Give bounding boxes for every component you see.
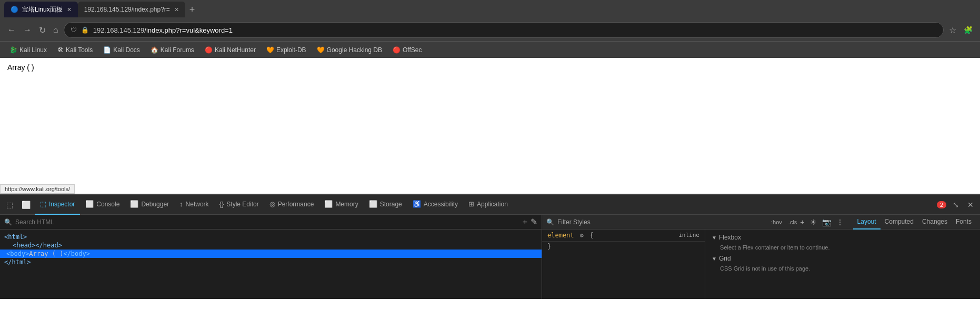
flexbox-triangle-icon: ▼ xyxy=(712,235,717,241)
layout-tabs-container: Layout Computed Changes Fonts xyxy=(853,215,976,230)
search-html-input[interactable] xyxy=(15,218,519,226)
layout-tab-changes[interactable]: Changes xyxy=(918,215,952,230)
flexbox-section-title[interactable]: ▼ Flexbox xyxy=(712,234,974,241)
devtools-main: 🔍 + ✎ <html> <head></head> <body>Array (… xyxy=(0,215,980,299)
tab-network[interactable]: ↕ Network xyxy=(174,195,214,215)
bookmark-exploit-db[interactable]: 🧡 Exploit-DB xyxy=(262,45,311,55)
add-rule-button[interactable]: + xyxy=(800,218,804,226)
bookmark-kali-linux-label: Kali Linux xyxy=(19,46,47,54)
html-search-bar: 🔍 + ✎ xyxy=(0,215,542,230)
forward-button[interactable]: → xyxy=(21,23,34,37)
search-icon: 🔍 xyxy=(4,218,12,226)
styles-closing-brace: } xyxy=(542,242,705,251)
tab-application[interactable]: ⊞ Application xyxy=(463,195,513,215)
storage-icon: ⬜ xyxy=(369,200,377,208)
bookmark-google-hacking-label: Google Hacking DB xyxy=(327,46,382,54)
bookmark-star-button[interactable]: ☆ xyxy=(947,23,958,37)
grid-label: Grid xyxy=(719,255,731,262)
tab-debugger-label: Debugger xyxy=(141,201,169,208)
inline-label: inline xyxy=(678,232,699,238)
bookmark-offsec-label: OffSec xyxy=(403,46,422,54)
bookmark-google-hacking[interactable]: 🧡 Google Hacking DB xyxy=(313,45,386,55)
back-button[interactable]: ← xyxy=(5,23,18,37)
bookmark-offsec[interactable]: 🔴 OffSec xyxy=(388,45,426,55)
debugger-icon: ⬜ xyxy=(130,200,138,208)
performance-icon: ◎ xyxy=(269,200,275,208)
layout-panel: ▼ Flexbox Select a Flex container or ite… xyxy=(705,230,980,299)
screenshot-icon: 📷 xyxy=(822,218,831,226)
bookmark-kali-tools[interactable]: 🛠 Kali Tools xyxy=(53,45,97,55)
tab-memory[interactable]: ⬜ Memory xyxy=(319,195,363,215)
tab-2-title: 192.168.145.129/index.php?r= xyxy=(84,6,170,13)
tab-debugger[interactable]: ⬜ Debugger xyxy=(125,195,174,215)
grid-section-title[interactable]: ▼ Grid xyxy=(712,255,974,262)
bookmark-kali-nethunter[interactable]: 🔴 Kali NetHunter xyxy=(201,45,260,55)
devtools-panel: ⬚ ⬜ ⬚ Inspector ⬜ Console ⬜ Debugger ↕ N… xyxy=(0,194,980,299)
tab-1-close[interactable]: ✕ xyxy=(67,6,72,13)
tab-accessibility[interactable]: ♿ Accessibility xyxy=(407,195,463,215)
status-bar: https://www.kali.org/tools/ xyxy=(0,184,75,194)
html-line-html-close: </html> xyxy=(4,258,537,266)
new-tab-button[interactable]: + xyxy=(189,4,195,15)
more-options-icon[interactable]: ⋮ xyxy=(836,218,844,226)
google-hacking-icon: 🧡 xyxy=(317,46,325,54)
cls-button[interactable]: .cls xyxy=(788,219,797,225)
filter-styles-label: Filter Styles xyxy=(557,218,591,226)
html-content: <html> <head></head> <body>Array ( )</bo… xyxy=(0,230,542,299)
layout-tab-computed[interactable]: Computed xyxy=(881,215,918,230)
address-bar[interactable]: 🛡 🔒 192.168.145.129/index.php?r=vul&keyw… xyxy=(64,22,944,38)
html-pick-element-button[interactable]: ✎ xyxy=(531,217,537,227)
page-content: Array ( ) https://www.kali.org/tools/ xyxy=(0,58,980,194)
page-array-text: Array ( ) xyxy=(7,63,34,72)
application-icon: ⊞ xyxy=(468,200,474,208)
styles-element-rule: element ⚙ { inline xyxy=(542,230,705,242)
grid-section-body: CSS Grid is not in use of this page. xyxy=(712,265,974,272)
shield-icon: 🛡 xyxy=(71,26,77,34)
nav-bar: ← → ↻ ⌂ 🛡 🔒 192.168.145.129/index.php?r=… xyxy=(0,19,980,41)
devtools-close-button[interactable]: ✕ xyxy=(963,197,978,212)
bookmark-kali-nethunter-label: Kali NetHunter xyxy=(215,46,256,54)
layout-tab-layout[interactable]: Layout xyxy=(853,215,881,230)
accessibility-icon: ♿ xyxy=(413,200,421,208)
refresh-button[interactable]: ↻ xyxy=(37,23,48,37)
tab-1-title: 宝塔Linux面板 xyxy=(22,5,63,14)
bookmark-kali-forums[interactable]: 🏠 Kali Forums xyxy=(146,45,198,55)
devtools-console-icon-button[interactable]: ⬜ xyxy=(17,197,35,212)
home-button[interactable]: ⌂ xyxy=(51,23,61,37)
bookmark-kali-docs[interactable]: 📄 Kali Docs xyxy=(99,45,144,55)
devtools-resize-button[interactable]: ⤡ xyxy=(948,197,963,212)
tab-performance[interactable]: ◎ Performance xyxy=(264,195,319,215)
tab-inspector[interactable]: ⬚ Inspector xyxy=(35,195,80,215)
tab-console[interactable]: ⬜ Console xyxy=(80,195,125,215)
address-url: 192.168.145.129/index.php?r=vul&keyword=… xyxy=(93,26,233,34)
tab-style-editor-label: Style Editor xyxy=(226,201,258,208)
tab-network-label: Network xyxy=(186,201,209,208)
extensions-button[interactable]: 🧩 xyxy=(962,24,975,36)
hov-button[interactable]: :hov xyxy=(771,219,782,225)
html-line-body[interactable]: <body>Array ( )</body> xyxy=(0,250,542,258)
style-editor-icon: {} xyxy=(219,200,224,208)
tab-storage[interactable]: ⬜ Storage xyxy=(364,195,407,215)
status-bar-url: https://www.kali.org/tools/ xyxy=(5,186,70,192)
address-url-path: /index.php?r=vul&keyword=1 xyxy=(144,26,233,34)
tab-1[interactable]: 🔵 宝塔Linux面板 ✕ xyxy=(4,2,78,17)
tab-style-editor[interactable]: {} Style Editor xyxy=(214,195,264,215)
html-add-node-button[interactable]: + xyxy=(523,217,527,227)
tab-inspector-label: Inspector xyxy=(49,201,75,208)
flexbox-section-body: Select a Flex container or item to conti… xyxy=(712,244,974,251)
layout-tab-fonts[interactable]: Fonts xyxy=(952,215,976,230)
right-panels: 🔍 Filter Styles :hov .cls + ☀ 📷 ⋮ Layout… xyxy=(542,215,980,299)
devtools-toolbar: ⬚ ⬜ ⬚ Inspector ⬜ Console ⬜ Debugger ↕ N… xyxy=(0,195,980,215)
tab-bar: 🔵 宝塔Linux面板 ✕ 192.168.145.129/index.php?… xyxy=(0,0,980,19)
devtools-inspect-button[interactable]: ⬚ xyxy=(2,197,17,212)
tab-application-label: Application xyxy=(477,201,508,208)
console-icon: ⬜ xyxy=(85,200,94,208)
bookmark-kali-linux[interactable]: 🐉 Kali Linux xyxy=(5,45,51,55)
tab-2-close[interactable]: ✕ xyxy=(174,6,179,13)
tab-storage-label: Storage xyxy=(380,201,402,208)
tab-performance-label: Performance xyxy=(278,201,314,208)
kali-forums-icon: 🏠 xyxy=(151,46,158,54)
filter-styles-icon: 🔍 xyxy=(546,218,554,226)
kali-nethunter-icon: 🔴 xyxy=(205,46,213,54)
tab-2[interactable]: 192.168.145.129/index.php?r= ✕ xyxy=(78,2,185,17)
